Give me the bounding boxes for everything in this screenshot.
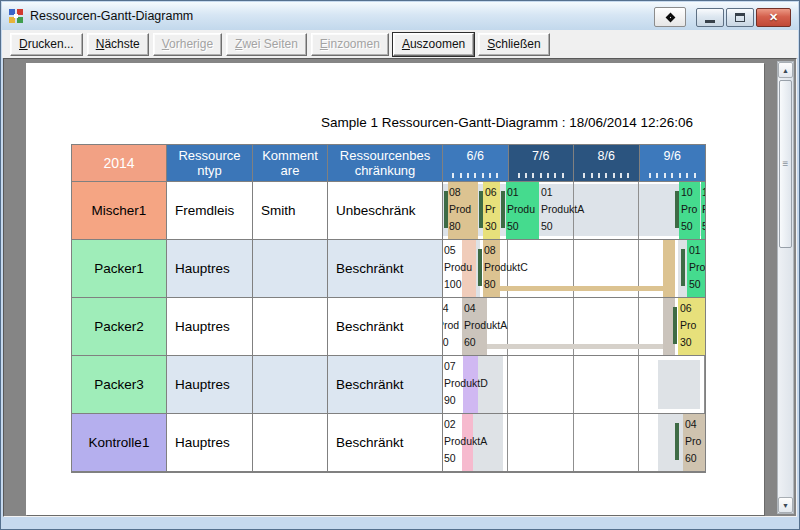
- toolbar-button-schliessen[interactable]: Schließen: [478, 33, 549, 56]
- resource-type-cell: Hauptres: [167, 414, 253, 472]
- minimize-button[interactable]: [696, 8, 724, 27]
- comment-cell: [253, 414, 328, 472]
- minimize-icon: [705, 20, 715, 23]
- tick-mark: [467, 173, 469, 178]
- tick-mark: [452, 173, 454, 178]
- gantt-start-end-marker: [501, 191, 505, 228]
- day-label: 8/6: [574, 145, 639, 166]
- gantt-start-end-marker: [444, 191, 448, 228]
- gantt-bar-label: 01Pro50: [689, 242, 705, 293]
- comment-cell: [253, 298, 328, 356]
- gantt-cell: 05Produ10008ProduktC8001Pro50: [443, 240, 705, 298]
- toolbar-button-auszoomen[interactable]: Auszoomen: [393, 33, 474, 56]
- tick-mark: [649, 173, 651, 178]
- gantt-cell: 07ProduktD90: [443, 356, 705, 414]
- diamond-icon: [665, 12, 675, 22]
- gantt-bar-label: 06Pr30: [485, 184, 497, 235]
- hour-ticks: [640, 166, 706, 181]
- scroll-up-button[interactable]: ▲: [778, 62, 793, 78]
- vertical-scrollbar[interactable]: ▲ ≡ ▼: [777, 61, 794, 514]
- table-header-row: 2014Ressource ntypKomment areRessourcenb…: [72, 145, 705, 182]
- maximize-button[interactable]: [726, 8, 754, 27]
- comment-cell: Smith: [253, 182, 328, 240]
- resource-gantt-table: 2014Ressource ntypKomment areRessourcenb…: [71, 144, 706, 473]
- scroll-thumb[interactable]: ≡: [779, 80, 792, 248]
- toolbar-button-drucken[interactable]: Drucken...: [10, 33, 83, 56]
- maximize-icon: [735, 13, 745, 22]
- day-header: 8/6: [574, 145, 640, 182]
- resource-type-cell: Hauptres: [167, 298, 253, 356]
- tick-mark: [679, 173, 681, 178]
- resource-type-cell: Hauptres: [167, 240, 253, 298]
- gantt-start-end-marker: [479, 191, 483, 228]
- tick-mark: [605, 173, 607, 178]
- resource-row: Packer1HauptresBeschränkt05Produ10008Pro…: [72, 240, 705, 298]
- tick-mark: [591, 173, 593, 178]
- hour-ticks: [443, 166, 508, 181]
- gantt-start-end-marker: [675, 191, 679, 228]
- gantt-load-tail: [487, 344, 663, 349]
- scroll-grip-icon: ≡: [783, 159, 789, 169]
- gantt-cell: 04Prod5004ProduktA6006Pro30: [443, 298, 705, 356]
- resource-type-cell: Hauptres: [167, 356, 253, 414]
- column-header: Ressourcenbes chränkung: [328, 145, 443, 182]
- constraint-cell: Unbeschränk: [328, 182, 443, 240]
- hour-ticks: [509, 166, 574, 181]
- system-diamond-button[interactable]: [654, 7, 686, 27]
- tick-mark: [482, 173, 484, 178]
- gantt-bar-label: 10Pro50: [681, 184, 697, 235]
- tick-mark: [496, 173, 498, 178]
- resource-row: Packer3HauptresBeschränkt07ProduktD90: [72, 356, 705, 414]
- resource-row: Packer2HauptresBeschränkt04Prod5004Produ…: [72, 298, 705, 356]
- tick-mark: [686, 173, 688, 178]
- tick-mark: [627, 173, 629, 178]
- report-title: Sample 1 Ressourcen-Gantt-Diagramm : 18/…: [294, 115, 720, 130]
- gantt-bar-label: 04ProduktA60: [464, 300, 507, 351]
- resource-name-cell: Packer1: [72, 240, 167, 298]
- tick-mark: [664, 173, 666, 178]
- tick-mark: [554, 173, 556, 178]
- gantt-start-end-marker: [673, 307, 677, 344]
- column-header: Ressource ntyp: [167, 145, 253, 182]
- day-label: 9/6: [640, 145, 706, 166]
- day-header: 6/6: [443, 145, 509, 182]
- toolbar-button-naechste[interactable]: Nächste: [87, 33, 149, 56]
- tick-mark: [460, 173, 462, 178]
- gantt-bar-label: 02ProduktA50: [444, 416, 487, 467]
- tick-mark: [671, 173, 673, 178]
- constraint-cell: Beschränkt: [328, 298, 443, 356]
- day-header: 9/6: [640, 145, 706, 182]
- day-label: 6/6: [443, 145, 508, 166]
- gantt-bar: [658, 360, 700, 409]
- gantt-bar: [663, 240, 675, 297]
- tick-mark: [540, 173, 542, 178]
- resource-type-cell: Fremdleis: [167, 182, 253, 240]
- day-label: 7/6: [509, 145, 574, 166]
- gantt-cell: 02ProduktA5004Pro60: [443, 414, 705, 472]
- constraint-cell: Beschränkt: [328, 240, 443, 298]
- tick-mark: [532, 173, 534, 178]
- resource-row: Mischer1FremdleisSmithUnbeschränk08Prod8…: [72, 182, 705, 240]
- gantt-bar-label: 08ProduktC80: [484, 242, 528, 293]
- resource-name-cell: Kontrolle1: [72, 414, 167, 472]
- gantt-bar-label: 01Produ50: [507, 184, 535, 235]
- scroll-down-button[interactable]: ▼: [778, 497, 793, 513]
- print-preview-area: Sample 1 Ressourcen-Gantt-Diagramm : 18/…: [3, 58, 797, 517]
- gantt-start-end-marker: [675, 423, 679, 460]
- gantt-start-end-marker: [478, 249, 482, 286]
- gantt-bar-label: 06Pro30: [680, 300, 696, 351]
- tick-mark: [474, 173, 476, 178]
- close-button[interactable]: ✕: [756, 8, 791, 27]
- hour-ticks: [574, 166, 639, 181]
- tick-mark: [489, 173, 491, 178]
- column-header: Komment are: [253, 145, 328, 182]
- app-window: Ressourcen-Gantt-Diagramm ✕ Drucken...Nä…: [0, 0, 800, 530]
- resource-name-cell: Packer2: [72, 298, 167, 356]
- toolbar-button-vorherige: Vorherige: [153, 33, 222, 56]
- gantt-bar-label: 08Prod80: [449, 184, 471, 235]
- tick-mark: [694, 173, 696, 178]
- window-title: Ressourcen-Gantt-Diagramm: [30, 9, 193, 23]
- day-header: 7/6: [509, 145, 575, 182]
- app-icon: [8, 8, 24, 24]
- constraint-cell: Beschränkt: [328, 356, 443, 414]
